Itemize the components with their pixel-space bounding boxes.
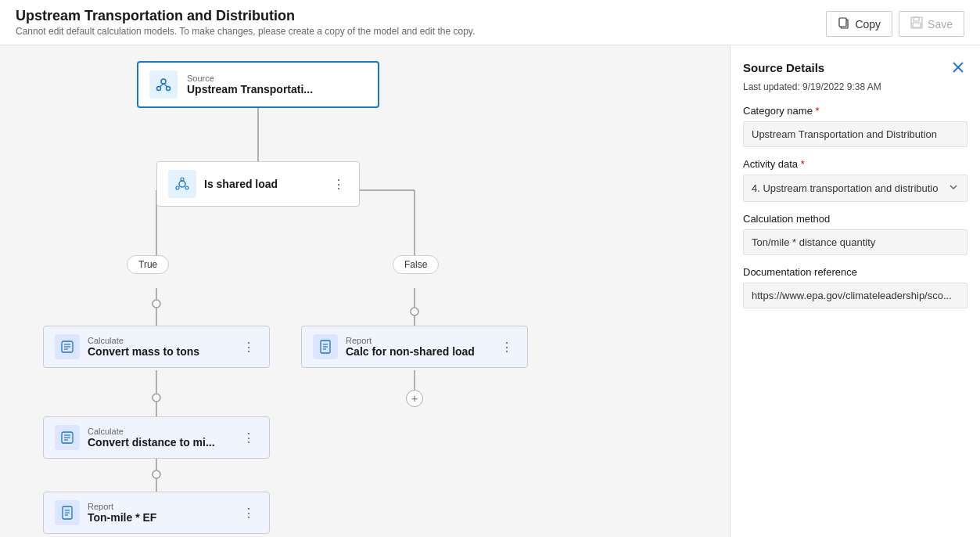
close-panel-button[interactable] bbox=[949, 58, 967, 77]
branch-true-label: True bbox=[127, 255, 169, 274]
save-label: Save bbox=[928, 18, 953, 31]
calc2-left: Calculate Convert distance to mi... bbox=[55, 425, 215, 450]
header: Upstream Transportation and Distribution… bbox=[0, 0, 980, 45]
report-left-text: Report Ton-mile * EF bbox=[88, 502, 156, 524]
main-content: Source Upstream Transportati... bbox=[0, 45, 980, 537]
svg-point-30 bbox=[185, 186, 188, 189]
decision-node[interactable]: Is shared load ⋮ bbox=[156, 161, 360, 207]
decision-node-icon bbox=[168, 170, 196, 198]
calc-method-label: Calculation method bbox=[743, 213, 967, 225]
panel-title: Source Details bbox=[743, 61, 824, 74]
report-right-title: Calc for non-shared load bbox=[346, 345, 475, 358]
svg-point-20 bbox=[153, 300, 160, 308]
report-left-title: Ton-mile * EF bbox=[88, 511, 156, 524]
category-name-field: Upstream Transportation and Distribution bbox=[743, 121, 967, 147]
header-actions: Copy Save bbox=[826, 11, 964, 37]
save-button[interactable]: Save bbox=[899, 11, 964, 37]
svg-point-29 bbox=[176, 186, 179, 189]
report-left-node[interactable]: Report Ton-mile * EF ⋮ bbox=[43, 492, 270, 534]
source-node[interactable]: Source Upstream Transportati... bbox=[137, 61, 379, 108]
calc1-left: Calculate Convert mass to tons bbox=[55, 334, 199, 359]
chevron-down-icon bbox=[948, 182, 959, 195]
svg-line-25 bbox=[160, 84, 163, 87]
svg-point-23 bbox=[157, 87, 161, 91]
report-right-node[interactable]: Report Calc for non-shared load ⋮ bbox=[301, 326, 528, 368]
branch-false-label: False bbox=[393, 255, 439, 274]
source-node-text: Source Upstream Transportati... bbox=[187, 74, 313, 96]
decision-menu-button[interactable]: ⋮ bbox=[329, 175, 348, 193]
canvas-area[interactable]: Source Upstream Transportati... bbox=[0, 45, 730, 537]
calc1-title: Convert mass to tons bbox=[88, 345, 199, 358]
svg-point-22 bbox=[161, 79, 166, 84]
calc1-icon bbox=[55, 334, 80, 359]
report-left-icon bbox=[55, 500, 80, 525]
calc2-title: Convert distance to mi... bbox=[88, 436, 215, 449]
decision-node-left: Is shared load bbox=[168, 170, 278, 198]
calc1-text: Calculate Convert mass to tons bbox=[88, 336, 199, 358]
page-title: Upstream Transportation and Distribution bbox=[16, 8, 475, 24]
report-right-icon bbox=[313, 334, 338, 359]
save-icon bbox=[910, 16, 923, 31]
copy-label: Copy bbox=[855, 18, 881, 31]
svg-point-17 bbox=[411, 308, 418, 315]
svg-point-24 bbox=[167, 87, 171, 91]
report-right-text: Report Calc for non-shared load bbox=[346, 336, 475, 358]
svg-rect-3 bbox=[914, 17, 919, 21]
svg-rect-1 bbox=[839, 18, 846, 27]
svg-line-26 bbox=[163, 84, 167, 87]
source-label: Source bbox=[187, 74, 313, 83]
copy-button[interactable]: Copy bbox=[826, 11, 892, 37]
source-details-panel: Source Details Last updated: 9/19/2022 9… bbox=[730, 45, 980, 537]
activity-required: * bbox=[801, 158, 805, 170]
panel-header: Source Details bbox=[743, 58, 967, 77]
doc-ref-field: https://www.epa.gov/climateleadership/sc… bbox=[743, 283, 967, 308]
source-node-icon bbox=[149, 70, 178, 99]
report-left-menu-button[interactable]: ⋮ bbox=[239, 504, 258, 522]
report-right-label: Report bbox=[346, 336, 475, 345]
calc1-node[interactable]: Calculate Convert mass to tons ⋮ bbox=[43, 326, 270, 368]
category-required: * bbox=[816, 105, 820, 117]
calc1-label: Calculate bbox=[88, 336, 199, 345]
add-node-right-button[interactable]: + bbox=[406, 390, 423, 407]
header-subtitle: Cannot edit default calculation models. … bbox=[16, 26, 475, 37]
report-right-left: Report Calc for non-shared load bbox=[313, 334, 475, 359]
svg-rect-4 bbox=[913, 23, 921, 27]
svg-point-14 bbox=[153, 470, 160, 478]
source-title: Upstream Transportati... bbox=[187, 83, 313, 96]
panel-last-updated: Last updated: 9/19/2022 9:38 AM bbox=[743, 81, 967, 92]
flow-diagram: Source Upstream Transportati... bbox=[0, 45, 704, 537]
copy-icon bbox=[838, 16, 850, 31]
activity-data-label: Activity data * bbox=[743, 158, 967, 170]
calc2-label: Calculate bbox=[88, 427, 215, 436]
decision-title: Is shared load bbox=[204, 178, 278, 190]
calc2-text: Calculate Convert distance to mi... bbox=[88, 427, 215, 449]
calc-method-field: Ton/mile * distance quantity bbox=[743, 229, 967, 255]
activity-data-value: 4. Upstream transportation and distribut… bbox=[752, 182, 938, 194]
activity-data-select[interactable]: 4. Upstream transportation and distribut… bbox=[743, 175, 967, 202]
header-left: Upstream Transportation and Distribution… bbox=[16, 8, 475, 37]
report-left-left: Report Ton-mile * EF bbox=[55, 500, 156, 525]
report-right-menu-button[interactable]: ⋮ bbox=[497, 338, 516, 356]
svg-point-27 bbox=[179, 181, 185, 187]
report-left-label: Report bbox=[88, 502, 156, 511]
calc2-node[interactable]: Calculate Convert distance to mi... ⋮ bbox=[43, 416, 270, 459]
category-name-label: Category name * bbox=[743, 105, 967, 117]
calc2-icon bbox=[55, 425, 80, 450]
svg-point-11 bbox=[153, 394, 160, 402]
doc-ref-label: Documentation reference bbox=[743, 266, 967, 278]
calc1-menu-button[interactable]: ⋮ bbox=[239, 338, 258, 356]
calc2-menu-button[interactable]: ⋮ bbox=[239, 429, 258, 447]
connectors-svg bbox=[0, 45, 704, 537]
